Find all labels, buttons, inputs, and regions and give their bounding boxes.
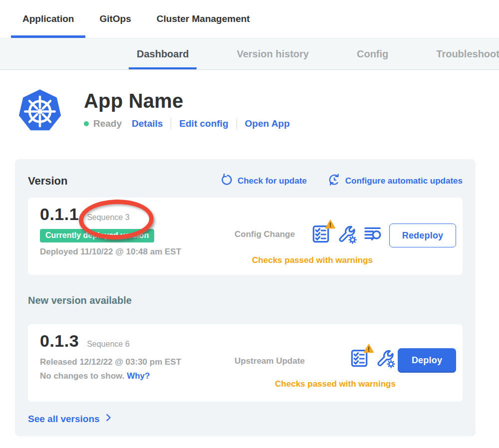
clock-refresh-icon (328, 173, 341, 189)
divider (237, 118, 237, 129)
new-version-card: 0.1.3 Sequence 6 Released 12/12/22 @ 03:… (28, 324, 463, 402)
version-section: Version Check for update (15, 159, 476, 436)
no-changes-text: No changes to show. (40, 371, 124, 381)
app-status-row: Ready Details Edit config Open App (84, 118, 290, 129)
details-link[interactable]: Details (132, 118, 163, 129)
current-version-number: 0.1.1 (40, 205, 79, 224)
wrench-gear-icon[interactable] (375, 348, 395, 369)
secondary-nav: Dashboard Version history Config Trouble… (0, 38, 499, 70)
version-source-label: Config Change (235, 229, 295, 239)
check-for-update-link[interactable]: Check for update (221, 174, 307, 189)
chevron-right-icon (104, 413, 113, 425)
preflight-result-text: Checks passed with warnings (238, 255, 387, 265)
primary-nav: Application GitOps Cluster Management (0, 0, 499, 38)
preflight-result-text: Checks passed with warnings (260, 379, 410, 389)
deployed-badge: Currently deployed version (40, 229, 154, 242)
current-version-card: 0.1.1 Sequence 3 Currently deployed vers… (28, 198, 463, 275)
see-all-versions-link[interactable]: See all versions (28, 413, 113, 425)
status-badge: Ready (93, 118, 122, 129)
version-source-label: Upstream Update (235, 356, 305, 366)
tab-dashboard[interactable]: Dashboard (129, 38, 197, 69)
app-header: App Name Ready Details Edit config Open … (17, 88, 499, 134)
version-heading: Version (28, 175, 67, 188)
tab-troubleshoot[interactable]: Troubleshoot (428, 38, 499, 69)
page-title: App Name (84, 90, 290, 112)
see-all-versions-label: See all versions (28, 414, 100, 425)
new-version-sequence: Sequence 6 (87, 340, 129, 349)
tab-config[interactable]: Config (349, 38, 396, 69)
edit-config-link[interactable]: Edit config (179, 118, 228, 129)
warning-triangle-icon (325, 220, 335, 229)
configure-auto-updates-link[interactable]: Configure automatic updates (328, 173, 463, 189)
new-version-number: 0.1.3 (40, 331, 79, 351)
tab-cluster-management[interactable]: Cluster Management (145, 0, 261, 38)
refresh-icon (221, 174, 233, 189)
status-dot (84, 121, 89, 126)
deploy-button[interactable]: Deploy (398, 348, 456, 373)
why-link[interactable]: Why? (127, 371, 150, 381)
new-version-available-label: New version available (28, 295, 463, 306)
warning-triangle-icon (364, 344, 374, 353)
preflight-checks-icon[interactable] (349, 348, 369, 369)
tab-gitops[interactable]: GitOps (88, 0, 142, 38)
file-diff-icon[interactable] (363, 224, 383, 244)
tab-version-history[interactable]: Version history (229, 38, 317, 69)
tab-application[interactable]: Application (11, 0, 85, 38)
divider (171, 118, 171, 129)
kubernetes-logo (17, 88, 62, 134)
current-version-sequence: Sequence 3 (87, 213, 129, 222)
preflight-checks-icon[interactable] (311, 224, 331, 244)
configure-auto-updates-label: Configure automatic updates (345, 176, 463, 186)
redeploy-button[interactable]: Redeploy (389, 224, 456, 247)
check-for-update-label: Check for update (238, 176, 307, 186)
wrench-gear-icon[interactable] (337, 224, 357, 244)
open-app-link[interactable]: Open App (245, 118, 290, 129)
